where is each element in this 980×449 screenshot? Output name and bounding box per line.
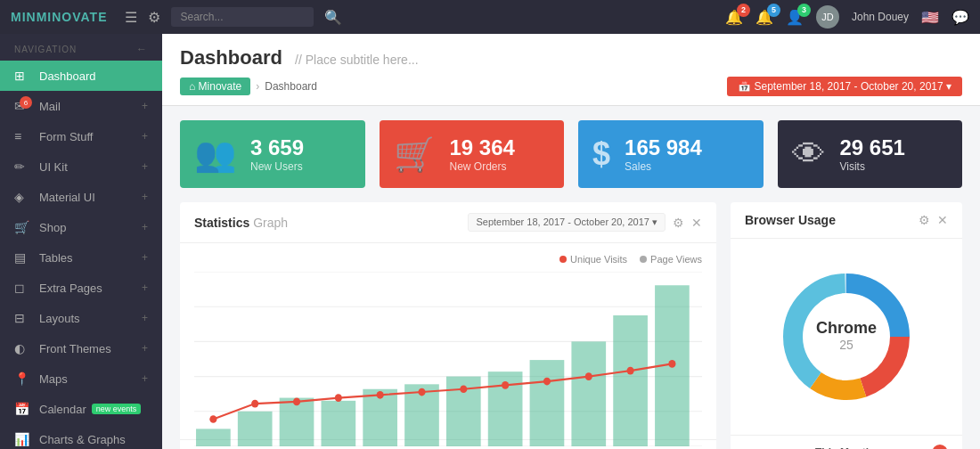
- nav-close-icon[interactable]: ←: [136, 43, 148, 55]
- browser-title: Browser Usage: [745, 213, 836, 227]
- statistics-close-icon[interactable]: ✕: [691, 216, 702, 230]
- expand-icon[interactable]: +: [142, 191, 148, 203]
- svg-rect-14: [530, 360, 565, 446]
- sidebar-item-label: Material UI: [39, 191, 95, 204]
- expand-icon[interactable]: +: [142, 372, 148, 385]
- sidebar-item-maps[interactable]: 📍 Maps +: [0, 363, 162, 394]
- sidebar-item-mail[interactable]: ✉ 6 Mail +: [0, 91, 162, 121]
- topbar-right: 🔔2 🔔5 👤3 JD John Douey 🇺🇸 💬: [725, 5, 969, 29]
- stat-info-users: 3 659 New Users: [250, 135, 304, 173]
- page-title: Dashboard // Place subtitle here...: [180, 46, 962, 69]
- panels-row: Statistics Graph September 18, 2017 - Oc…: [162, 202, 980, 449]
- users-label: New Users: [250, 160, 304, 173]
- svg-point-27: [585, 372, 592, 380]
- expand-icon[interactable]: +: [142, 100, 148, 112]
- orders-icon: 🛒: [394, 135, 436, 174]
- users-number: 3 659: [250, 135, 304, 160]
- sidebar-item-charts[interactable]: 📊 Charts & Graphs: [0, 424, 162, 449]
- new-events-badge: new events: [92, 404, 142, 414]
- uikit-icon: ✏: [14, 159, 30, 174]
- notification-bell-2[interactable]: 🔔5: [755, 9, 773, 26]
- svg-rect-9: [322, 401, 356, 446]
- form-icon: ≡: [14, 129, 30, 143]
- page-header: Dashboard // Place subtitle here... ⌂ Mi…: [162, 34, 980, 106]
- legend-page-views: Page Views: [640, 254, 702, 265]
- date-range-picker[interactable]: 📅 September 18, 2017 - October 20, 2017 …: [727, 77, 962, 96]
- sidebar-item-calendar[interactable]: 📅 Calendar new events: [0, 394, 162, 424]
- menu-icon[interactable]: ☰: [125, 9, 137, 26]
- svg-rect-16: [613, 315, 648, 446]
- mail-badge: 6: [20, 96, 32, 109]
- sidebar-item-tables[interactable]: ▤ Tables +: [0, 242, 162, 273]
- statistics-date-picker[interactable]: September 18, 2017 - October 20, 2017 ▾: [468, 213, 666, 232]
- donut-chart-container: Chrome 25: [731, 239, 962, 435]
- breadcrumb-home[interactable]: ⌂ Minovate: [180, 78, 250, 95]
- notification-bell-3[interactable]: 👤3: [786, 9, 804, 26]
- browser-panel-footer: — This Month 3: [731, 435, 962, 449]
- sidebar: NAVIGATION ← ⊞ Dashboard ✉ 6 Mail + ≡ Fo…: [0, 34, 162, 449]
- statistics-chart: Unique Visits Page Views: [180, 243, 716, 439]
- sidebar-item-extrapages[interactable]: ◻ Extra Pages +: [0, 273, 162, 303]
- badge-3: 3: [797, 4, 811, 17]
- svg-rect-15: [571, 341, 606, 446]
- search-input[interactable]: [171, 7, 314, 27]
- topbar: MINMINOVATE ☰ ⚙ 🔍 🔔2 🔔5 👤3 JD John Douey…: [0, 0, 980, 34]
- sidebar-item-label: Shop: [39, 221, 66, 234]
- svg-point-18: [209, 415, 216, 423]
- sidebar-item-dashboard[interactable]: ⊞ Dashboard: [0, 61, 162, 91]
- shop-icon: 🛒: [14, 220, 30, 234]
- user-name[interactable]: John Douey: [852, 11, 909, 23]
- browser-usage-panel: Browser Usage ⚙ ✕: [731, 202, 962, 449]
- sidebar-item-uikit[interactable]: ✏ UI Kit +: [0, 151, 162, 182]
- expand-icon[interactable]: +: [142, 251, 148, 264]
- maps-icon: 📍: [14, 371, 30, 386]
- expand-icon[interactable]: +: [142, 160, 148, 173]
- svg-point-29: [668, 360, 675, 368]
- donut-chart: Chrome 25: [766, 257, 927, 417]
- sidebar-item-layouts[interactable]: ⊟ Layouts +: [0, 303, 162, 333]
- users-icon: 👥: [194, 135, 236, 174]
- stat-card-sales: $ 165 984 Sales: [578, 120, 764, 188]
- settings-icon[interactable]: ⚙: [148, 9, 160, 26]
- notification-bell-1[interactable]: 🔔2: [725, 9, 743, 26]
- footer-badge: 3: [932, 445, 948, 449]
- sidebar-item-materialui[interactable]: ◈ Material UI +: [0, 182, 162, 212]
- sidebar-item-shop[interactable]: 🛒 Shop +: [0, 212, 162, 242]
- chat-icon[interactable]: 💬: [951, 9, 969, 26]
- visits-label: Visits: [840, 160, 905, 173]
- pages-icon: ◻: [14, 281, 30, 295]
- page-subtitle: // Place subtitle here...: [295, 53, 419, 67]
- tables-icon: ▤: [14, 250, 30, 265]
- sidebar-item-formstuff[interactable]: ≡ Form Stuff +: [0, 121, 162, 151]
- sidebar-item-frontthemes[interactable]: ◐ Front Themes +: [0, 333, 162, 363]
- svg-point-20: [293, 398, 300, 406]
- expand-icon[interactable]: +: [142, 221, 148, 233]
- sales-number: 165 984: [625, 135, 702, 160]
- nav-label: NAVIGATION ←: [0, 34, 162, 61]
- search-icon[interactable]: 🔍: [324, 9, 342, 26]
- svg-point-22: [377, 391, 384, 399]
- sidebar-item-label: Charts & Graphs: [39, 433, 126, 446]
- stat-info-orders: 19 364 New Orders: [450, 135, 515, 173]
- svg-rect-6: [196, 429, 231, 446]
- stat-info-sales: 165 984 Sales: [625, 135, 702, 173]
- expand-icon[interactable]: +: [142, 130, 148, 143]
- svg-point-28: [627, 367, 634, 375]
- browser-settings-icon[interactable]: ⚙: [919, 213, 930, 227]
- sidebar-item-label: Front Themes: [39, 342, 111, 355]
- sidebar-item-label: Maps: [39, 372, 68, 386]
- svg-text:Chrome: Chrome: [816, 319, 877, 337]
- statistics-panel-header: Statistics Graph September 18, 2017 - Oc…: [180, 202, 716, 243]
- expand-icon[interactable]: +: [142, 342, 148, 355]
- legend-unique-visits: Unique Visits: [559, 254, 627, 265]
- orders-number: 19 364: [450, 135, 515, 160]
- calendar-icon: 📅: [14, 402, 30, 416]
- chart-legend: Unique Visits Page Views: [194, 254, 702, 265]
- expand-icon[interactable]: +: [142, 282, 148, 294]
- stat-card-users: 👥 3 659 New Users: [180, 120, 365, 188]
- breadcrumb-current: Dashboard: [265, 80, 317, 93]
- browser-panel-actions: ⚙ ✕: [919, 213, 948, 227]
- expand-icon[interactable]: +: [142, 312, 148, 324]
- statistics-settings-icon[interactable]: ⚙: [673, 216, 684, 230]
- browser-close-icon[interactable]: ✕: [937, 213, 948, 227]
